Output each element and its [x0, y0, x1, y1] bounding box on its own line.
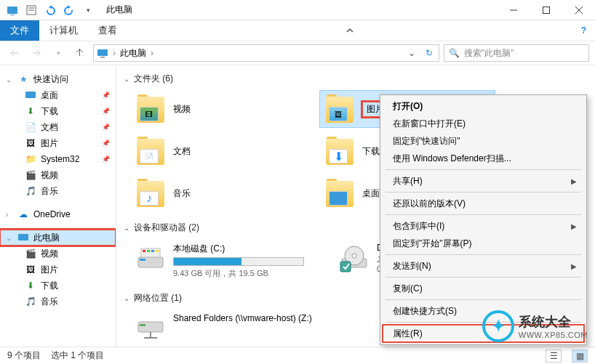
back-button[interactable]: 🡠 — [6, 44, 23, 62]
sidebar-item-label: 文档 — [41, 121, 58, 134]
section-title: 设备和驱动器 (2) — [134, 222, 199, 234]
chevron-right-icon[interactable]: › — [113, 48, 116, 58]
sidebar-item-desktop[interactable]: 桌面📌 — [0, 87, 116, 103]
address-bar[interactable]: › 此电脑 › ⌄ ↻ — [93, 44, 439, 62]
sidebar-this-pc[interactable]: ⌄此电脑 — [0, 230, 116, 246]
pin-icon: 📌 — [102, 155, 110, 163]
section-folders[interactable]: ⌄文件夹 (6) — [116, 70, 595, 88]
menu-open-new-window[interactable]: 在新窗口中打开(E) — [383, 115, 584, 132]
menu-share[interactable]: 共享(H)▶ — [383, 172, 584, 190]
svg-rect-18 — [151, 250, 154, 252]
folder-music[interactable]: ♪ 音乐 — [131, 175, 306, 211]
recent-dropdown[interactable]: ▾ — [49, 44, 67, 62]
sidebar-item-downloads[interactable]: ⬇下载📌 — [0, 103, 116, 119]
folder-videos[interactable]: 🎞 视频 — [131, 91, 306, 127]
svg-rect-24 — [138, 322, 163, 332]
ribbon-collapse-icon[interactable] — [337, 20, 363, 41]
expand-icon[interactable]: ⌄ — [6, 234, 13, 242]
sidebar-quick-access[interactable]: ⌄★快速访问 — [0, 71, 116, 87]
pin-icon: 📌 — [102, 92, 110, 99]
drive-usage-bar — [173, 257, 304, 266]
sidebar-item-label: 下载 — [41, 105, 58, 118]
forward-button[interactable]: 🡢 — [28, 44, 45, 62]
drive-c[interactable]: 本地磁盘 (C:) 9.43 GB 可用，共 19.5 GB — [131, 240, 320, 282]
menu-open[interactable]: 打开(O) — [383, 97, 584, 115]
dvd-icon — [339, 243, 370, 273]
status-item-count: 9 个项目 — [7, 349, 41, 362]
svg-rect-11 — [25, 92, 36, 98]
view-tiles-button[interactable]: ▦ — [572, 349, 588, 363]
undo-icon[interactable] — [42, 2, 58, 18]
menu-send-to[interactable]: 发送到(N)▶ — [383, 257, 584, 275]
chevron-down-icon[interactable]: ⌄ — [124, 224, 129, 232]
navbar: 🡠 🡢 ▾ 🡡 › 此电脑 › ⌄ ↻ 🔍 搜索"此电脑" — [0, 41, 595, 65]
pc-icon — [17, 232, 29, 243]
sidebar-pc-videos[interactable]: 🎬视频 — [0, 246, 116, 262]
star-icon: ★ — [17, 73, 29, 85]
qat-dropdown-icon[interactable]: ▾ — [80, 2, 96, 18]
tab-computer[interactable]: 计算机 — [39, 20, 88, 41]
chevron-right-icon[interactable]: › — [151, 48, 153, 58]
expand-icon[interactable]: ⌄ — [6, 76, 13, 84]
search-placeholder: 搜索"此电脑" — [464, 47, 514, 60]
folder-icon: ⬇ — [324, 136, 355, 166]
redo-icon[interactable] — [61, 2, 77, 18]
menu-pin-quick-access[interactable]: 固定到"快速访问" — [383, 132, 584, 150]
sidebar-pc-downloads[interactable]: ⬇下载 — [0, 278, 116, 294]
menu-label: 共享(H) — [393, 175, 423, 187]
folder-icon: 🎞 — [135, 94, 166, 124]
up-button[interactable]: 🡡 — [71, 44, 89, 62]
minimize-button[interactable] — [497, 0, 530, 20]
sidebar-item-system32[interactable]: 📁System32📌 — [0, 151, 116, 167]
properties-qat-icon[interactable] — [23, 2, 39, 18]
sidebar-item-videos[interactable]: 🎬视频 — [0, 167, 116, 183]
svg-rect-12 — [18, 234, 28, 240]
menu-include-library[interactable]: 包含到库中(I)▶ — [383, 217, 584, 235]
ribbon-tabs: 文件 计算机 查看 ? — [0, 20, 595, 41]
video-icon: 🎬 — [25, 169, 36, 181]
sidebar-item-music[interactable]: 🎵音乐 — [0, 183, 116, 199]
search-input[interactable]: 🔍 搜索"此电脑" — [444, 44, 589, 62]
svg-rect-6 — [543, 7, 549, 13]
sidebar-item-label: 此电脑 — [33, 232, 60, 244]
help-icon[interactable]: ? — [572, 20, 595, 41]
folder-label: 音乐 — [173, 187, 191, 200]
sidebar-item-pictures[interactable]: 🖼图片📌 — [0, 135, 116, 151]
svg-rect-25 — [140, 324, 145, 326]
sidebar-onedrive[interactable]: ›☁OneDrive — [0, 206, 116, 222]
view-details-button[interactable]: ☰ — [546, 349, 562, 363]
sidebar-pc-music[interactable]: 🎵音乐 — [0, 294, 116, 310]
pin-icon: 📌 — [102, 139, 110, 147]
expand-icon[interactable]: › — [6, 211, 13, 219]
network-share[interactable]: Shared Folders (\\vmware-host) (Z:) — [131, 310, 320, 347]
menu-restore-versions[interactable]: 还原以前的版本(V) — [383, 195, 584, 212]
network-drive-icon — [135, 313, 166, 344]
menu-copy[interactable]: 复制(C) — [383, 280, 584, 297]
menu-separator — [386, 277, 581, 278]
address-dropdown-icon[interactable]: ⌄ — [405, 48, 418, 58]
close-button[interactable] — [562, 0, 595, 20]
chevron-down-icon[interactable]: ⌄ — [124, 294, 129, 302]
folder-label: 下载 — [362, 145, 380, 158]
maximize-button[interactable] — [530, 0, 562, 20]
chevron-down-icon[interactable]: ⌄ — [124, 75, 129, 83]
pc-icon — [97, 48, 108, 58]
menu-pin-start[interactable]: 固定到"开始"屏幕(P) — [383, 235, 584, 252]
sidebar-pc-pictures[interactable]: 🖼图片 — [0, 262, 116, 278]
section-title: 网络位置 (1) — [134, 292, 182, 304]
submenu-arrow-icon: ▶ — [571, 222, 577, 230]
tab-file[interactable]: 文件 — [0, 20, 39, 41]
statusbar: 9 个项目 选中 1 个项目 ☰ ▦ — [0, 347, 595, 364]
refresh-icon[interactable]: ↻ — [423, 48, 436, 58]
folder-documents[interactable]: 📄 文档 — [131, 133, 306, 169]
tab-view[interactable]: 查看 — [88, 20, 127, 41]
sidebar: ⌄★快速访问 桌面📌 ⬇下载📌 📄文档📌 🖼图片📌 📁System32📌 🎬视频… — [0, 65, 116, 347]
svg-rect-17 — [147, 250, 150, 252]
watermark-logo-icon: ✦ — [482, 310, 514, 342]
svg-rect-1 — [10, 15, 15, 15]
sidebar-item-documents[interactable]: 📄文档📌 — [0, 119, 116, 135]
menu-defender-scan[interactable]: 使用 Windows Defender扫描... — [383, 150, 584, 167]
breadcrumb-root[interactable]: 此电脑 — [120, 47, 146, 60]
folder-label: 视频 — [173, 103, 191, 116]
download-icon: ⬇ — [25, 280, 36, 291]
